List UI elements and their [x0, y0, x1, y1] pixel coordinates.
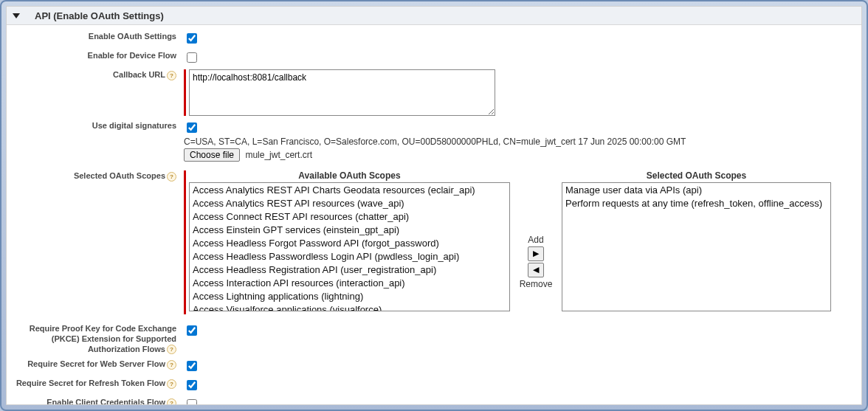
help-icon[interactable]: ?	[167, 398, 176, 405]
list-item[interactable]: Access Analytics REST API resources (wav…	[190, 196, 509, 210]
device-flow-checkbox[interactable]	[187, 52, 197, 63]
list-item[interactable]: Access Headless Registration API (user_r…	[190, 263, 509, 276]
label-secret-web: Require Secret for Web Server Flow	[27, 359, 165, 368]
list-item[interactable]: Access Headless Forgot Password API (for…	[190, 236, 509, 249]
collapse-icon	[13, 13, 20, 18]
form-area: Enable OAuth Settings Enable for Device …	[7, 25, 861, 405]
label-pkce: Require Proof Key for Code Exchange (PKC…	[30, 324, 176, 353]
help-icon[interactable]: ?	[167, 172, 176, 182]
pkce-checkbox[interactable]	[187, 325, 197, 336]
list-item[interactable]: Access Connect REST API resources (chatt…	[190, 210, 509, 223]
section-title: API (Enable OAuth Settings)	[35, 10, 164, 21]
list-item[interactable]: Access Analytics REST API Charts Geodata…	[190, 183, 509, 196]
list-item[interactable]: Access Lightning applications (lightning…	[190, 289, 509, 303]
required-indicator	[184, 170, 186, 314]
list-item[interactable]: Access Headless Passwordless Login API (…	[190, 249, 509, 263]
label-secret-refresh: Require Secret for Refresh Token Flow	[16, 379, 165, 387]
available-scopes-listbox[interactable]: Access Analytics REST API Charts Geodata…	[189, 182, 510, 311]
list-item[interactable]: Access Visualforce applications (visualf…	[190, 303, 509, 311]
selected-scopes-title: Selected OAuth Scopes	[562, 170, 831, 182]
label-digital-sig: Use digital signatures	[7, 119, 179, 131]
list-item[interactable]: Perform requests at any time (refresh_to…	[562, 196, 830, 210]
help-icon[interactable]: ?	[167, 379, 176, 389]
add-scope-button[interactable]: ▶	[528, 246, 544, 261]
enable-oauth-checkbox[interactable]	[187, 33, 197, 44]
required-indicator	[184, 69, 186, 116]
label-device-flow: Enable for Device Flow	[7, 49, 179, 61]
scopes-picker: Available OAuth Scopes Access Analytics …	[189, 170, 831, 314]
remove-label: Remove	[520, 279, 553, 289]
list-item[interactable]: Access Einstein GPT services (einstein_g…	[190, 223, 509, 236]
label-enable-oauth: Enable OAuth Settings	[7, 30, 179, 42]
cert-dn-text: C=USA, ST=CA, L=San Francisco, O=Salesfo…	[184, 137, 852, 147]
digital-sig-checkbox[interactable]	[187, 122, 197, 133]
chevron-right-icon: ▶	[533, 249, 539, 258]
chevron-left-icon: ◀	[533, 266, 539, 274]
list-item[interactable]: Access Interaction API resources (intera…	[190, 276, 509, 289]
help-icon[interactable]: ?	[167, 360, 176, 370]
help-icon[interactable]: ?	[167, 71, 176, 80]
remove-scope-button[interactable]: ◀	[528, 263, 544, 277]
list-item[interactable]: Manage user data via APIs (api)	[562, 183, 830, 196]
label-scopes: Selected OAuth Scopes	[74, 171, 165, 180]
choose-file-button[interactable]: Choose file	[184, 148, 240, 162]
label-client-creds: Enable Client Credentials Flow	[46, 398, 165, 405]
label-callback-url: Callback URL	[113, 70, 165, 79]
help-icon[interactable]: ?	[167, 345, 176, 354]
add-label: Add	[528, 235, 543, 245]
secret-web-checkbox[interactable]	[187, 361, 197, 371]
available-scopes-title: Available OAuth Scopes	[189, 170, 510, 182]
callback-url-input[interactable]	[189, 69, 495, 116]
selected-scopes-listbox[interactable]: Manage user data via APIs (api)Perform r…	[562, 182, 831, 311]
client-creds-checkbox[interactable]	[187, 399, 197, 405]
section-header[interactable]: API (Enable OAuth Settings)	[7, 7, 861, 25]
cert-filename: mule_jwt_cert.crt	[245, 150, 312, 160]
secret-refresh-checkbox[interactable]	[187, 380, 197, 390]
